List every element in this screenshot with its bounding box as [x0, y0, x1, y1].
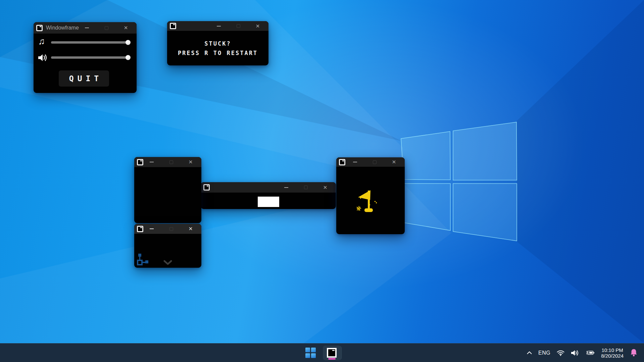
empty-tall-window: ✕ [134, 157, 201, 223]
wallpaper-shadow-right [517, 0, 644, 343]
maximize-button[interactable] [373, 160, 377, 164]
volume-tray-button[interactable] [568, 344, 583, 362]
close-button[interactable]: ✕ [256, 24, 260, 28]
wifi-tray-button[interactable] [553, 344, 568, 362]
notification-center-button[interactable] [627, 344, 641, 362]
window-frame-icon [339, 159, 345, 165]
sound-volume-row [34, 53, 137, 63]
player-window-titlebar[interactable]: ✕ [134, 224, 201, 234]
active-app-indicator [328, 358, 336, 360]
sound-volume-slider-handle[interactable] [126, 55, 131, 60]
desktop-wallpaper: Windowframe ✕ ♫ [0, 0, 644, 343]
tray-overflow-button[interactable] [524, 344, 535, 362]
clock[interactable]: 10:10 PM 8/20/2024 [598, 344, 627, 362]
minimize-button[interactable] [353, 160, 357, 164]
minimize-button[interactable] [150, 160, 154, 164]
taskbar: ENG 10:10 PM [0, 343, 644, 362]
chevron-up-icon [527, 351, 532, 355]
clock-date: 8/20/2024 [601, 353, 624, 359]
player-window: ✕ [134, 224, 201, 268]
player-character-sprite [136, 253, 149, 267]
window-frame-icon [137, 159, 143, 165]
window-frame-icon [170, 23, 176, 29]
windowframe-app-button[interactable] [323, 346, 341, 360]
battery-tray-button[interactable] [583, 344, 598, 362]
language-indicator[interactable]: ENG [535, 344, 553, 362]
speaker-icon [38, 53, 48, 62]
minimize-button[interactable] [85, 26, 89, 30]
sound-volume-slider[interactable] [51, 56, 128, 59]
minimize-button[interactable] [284, 186, 288, 190]
battery-charging-icon [586, 350, 595, 356]
close-button[interactable]: ✕ [189, 160, 193, 164]
goal-flag-sprite [356, 188, 378, 214]
music-volume-slider-handle[interactable] [126, 40, 131, 45]
clock-time: 10:10 PM [602, 347, 623, 353]
wifi-icon [556, 350, 565, 356]
window-frame-icon [36, 25, 43, 31]
close-button[interactable]: ✕ [189, 227, 193, 231]
chevron-down-icon [163, 260, 172, 266]
tall-window-titlebar[interactable]: ✕ [134, 157, 201, 167]
music-volume-slider[interactable] [51, 41, 128, 44]
ledge-window-titlebar[interactable]: ✕ [201, 182, 336, 193]
white-platform-block [258, 197, 279, 207]
maximize-button[interactable] [169, 227, 173, 231]
windows-logo-watermark [401, 122, 517, 241]
taskbar-center-icons [303, 344, 341, 362]
music-volume-row: ♫ [34, 38, 137, 48]
windowframe-app-icon [327, 348, 337, 358]
minimize-button[interactable] [150, 227, 154, 231]
maximize-button[interactable] [169, 160, 173, 164]
flag-window-titlebar[interactable]: ✕ [336, 157, 405, 167]
tall-window-body [134, 167, 201, 223]
window-frame-icon [203, 184, 210, 191]
stuck-hint-line2: PRESS R TO RESTART [167, 48, 268, 58]
system-tray: ENG 10:10 PM [524, 344, 644, 362]
stuck-hint-window: ✕ STUCK? PRESS R TO RESTART [167, 21, 268, 65]
music-note-icon: ♫ [38, 36, 45, 46]
close-button[interactable]: ✕ [392, 160, 396, 164]
maximize-button[interactable] [236, 24, 240, 28]
flag-window-body [336, 167, 405, 234]
stuck-hint-line1: STUCK? [167, 39, 268, 48]
goal-flag-window: ✕ [336, 157, 405, 234]
close-button[interactable]: ✕ [323, 186, 327, 190]
notification-bell-icon [630, 349, 638, 357]
settings-window-body: ♫ QUIT [34, 34, 137, 93]
window-title: Windowframe [46, 25, 79, 31]
settings-window-titlebar[interactable]: Windowframe ✕ [34, 22, 137, 34]
quit-button[interactable]: QUIT [59, 70, 109, 87]
settings-window: Windowframe ✕ ♫ [34, 22, 137, 93]
volume-icon [571, 350, 580, 356]
maximize-button[interactable] [104, 26, 108, 30]
ledge-window-body [201, 193, 336, 209]
stuck-window-titlebar[interactable]: ✕ [167, 21, 268, 31]
maximize-button[interactable] [304, 186, 308, 190]
minimize-button[interactable] [217, 24, 221, 28]
ledge-window: ✕ [201, 182, 336, 209]
start-button[interactable] [303, 346, 318, 360]
window-frame-icon [137, 226, 143, 232]
close-button[interactable]: ✕ [124, 26, 128, 30]
windows-start-icon [305, 348, 316, 358]
player-window-body [134, 234, 201, 268]
stuck-hint-text: STUCK? PRESS R TO RESTART [167, 39, 268, 58]
stuck-window-body: STUCK? PRESS R TO RESTART [167, 31, 268, 65]
